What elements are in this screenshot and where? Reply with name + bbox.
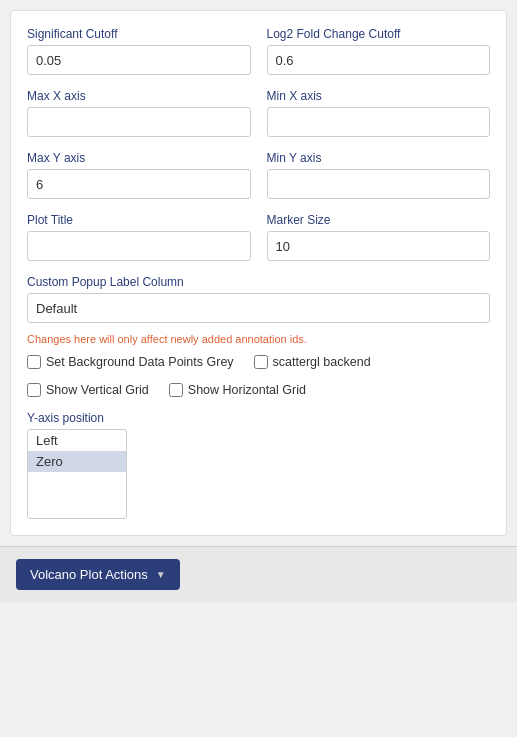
input-significant-cutoff[interactable] [27,45,251,75]
group-custom-popup-label: Custom Popup Label Column [27,275,490,323]
label-set-background-grey: Set Background Data Points Grey [46,355,234,369]
group-max-y-axis: Max Y axis [27,151,251,199]
label-custom-popup-label-column: Custom Popup Label Column [27,275,490,289]
label-marker-size: Marker Size [267,213,491,227]
row-cutoffs: Significant Cutoff Log2 Fold Change Cuto… [27,27,490,75]
row-title-marker: Plot Title Marker Size [27,213,490,261]
input-marker-size[interactable] [267,231,491,261]
checkbox-item-scattergl-backend[interactable]: scattergl backend [254,355,371,369]
group-plot-title: Plot Title [27,213,251,261]
label-plot-title: Plot Title [27,213,251,227]
label-min-y-axis: Min Y axis [267,151,491,165]
label-show-horizontal-grid: Show Horizontal Grid [188,383,306,397]
checkbox-item-set-background-grey[interactable]: Set Background Data Points Grey [27,355,234,369]
input-min-x-axis[interactable] [267,107,491,137]
row-x-axis: Max X axis Min X axis [27,89,490,137]
label-show-vertical-grid: Show Vertical Grid [46,383,149,397]
settings-panel: Significant Cutoff Log2 Fold Change Cuto… [10,10,507,536]
listbox-y-axis-position[interactable]: Left Zero [27,429,127,519]
input-plot-title[interactable] [27,231,251,261]
dropdown-arrow-icon: ▼ [156,569,166,580]
listbox-wrapper: Left Zero [27,429,490,519]
input-log2-fold-change[interactable] [267,45,491,75]
volcano-plot-actions-button[interactable]: Volcano Plot Actions ▼ [16,559,180,590]
checkbox-row-1: Set Background Data Points Grey scatterg… [27,355,490,373]
checkbox-show-vertical-grid[interactable] [27,383,41,397]
group-min-y-axis: Min Y axis [267,151,491,199]
group-log2-fold-change: Log2 Fold Change Cutoff [267,27,491,75]
group-marker-size: Marker Size [267,213,491,261]
checkbox-item-show-horizontal-grid[interactable]: Show Horizontal Grid [169,383,306,397]
actions-button-label: Volcano Plot Actions [30,567,148,582]
y-axis-section: Y-axis position Left Zero [27,411,490,519]
checkbox-scattergl-backend[interactable] [254,355,268,369]
footer: Volcano Plot Actions ▼ [0,546,517,602]
checkbox-show-horizontal-grid[interactable] [169,383,183,397]
row-y-axis: Max Y axis Min Y axis [27,151,490,199]
label-significant-cutoff: Significant Cutoff [27,27,251,41]
input-custom-popup-label-column[interactable] [27,293,490,323]
input-max-y-axis[interactable] [27,169,251,199]
annotation-hint: Changes here will only affect newly adde… [27,333,490,345]
group-min-x-axis: Min X axis [267,89,491,137]
checkbox-row-2: Show Vertical Grid Show Horizontal Grid [27,383,490,401]
checkbox-set-background-grey[interactable] [27,355,41,369]
label-max-x-axis: Max X axis [27,89,251,103]
input-max-x-axis[interactable] [27,107,251,137]
listbox-item-zero[interactable]: Zero [28,451,126,472]
label-log2-fold-change: Log2 Fold Change Cutoff [267,27,491,41]
label-scattergl-backend: scattergl backend [273,355,371,369]
input-min-y-axis[interactable] [267,169,491,199]
row-custom-popup: Custom Popup Label Column [27,275,490,323]
label-min-x-axis: Min X axis [267,89,491,103]
group-max-x-axis: Max X axis [27,89,251,137]
group-significant-cutoff: Significant Cutoff [27,27,251,75]
listbox-item-left[interactable]: Left [28,430,126,451]
label-max-y-axis: Max Y axis [27,151,251,165]
checkbox-item-show-vertical-grid[interactable]: Show Vertical Grid [27,383,149,397]
label-y-axis-position: Y-axis position [27,411,490,425]
